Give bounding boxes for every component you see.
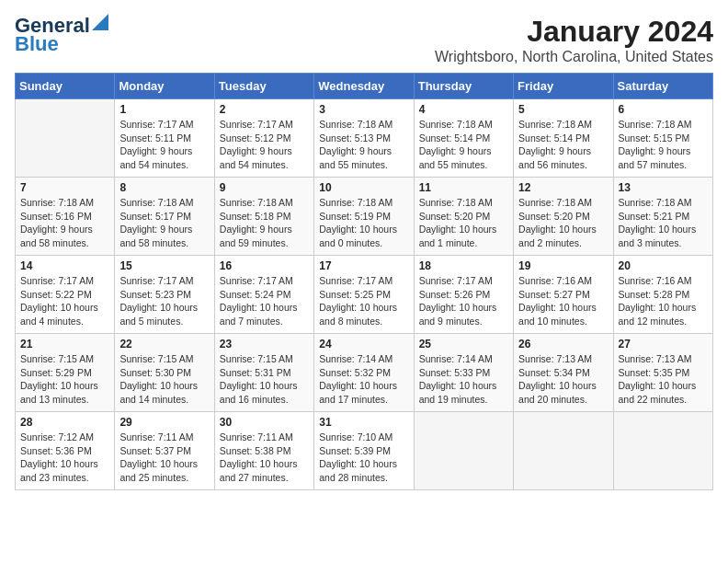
calendar-cell: 15Sunrise: 7:17 AM Sunset: 5:23 PM Dayli…	[115, 256, 214, 334]
day-number: 31	[319, 416, 408, 429]
main-title: January 2024	[435, 15, 713, 49]
calendar-cell: 20Sunrise: 7:16 AM Sunset: 5:28 PM Dayli…	[613, 256, 712, 334]
day-number: 14	[20, 259, 109, 272]
day-number: 24	[319, 338, 408, 350]
header-tuesday: Tuesday	[214, 74, 313, 99]
day-info: Sunrise: 7:18 AM Sunset: 5:17 PM Dayligh…	[119, 196, 209, 250]
day-info: Sunrise: 7:18 AM Sunset: 5:16 PM Dayligh…	[20, 196, 109, 250]
calendar-cell	[613, 412, 712, 490]
svg-marker-0	[92, 14, 108, 30]
calendar-cell: 6Sunrise: 7:18 AM Sunset: 5:15 PM Daylig…	[613, 99, 712, 178]
calendar-table: SundayMondayTuesdayWednesdayThursdayFrid…	[15, 73, 713, 490]
calendar-cell: 19Sunrise: 7:16 AM Sunset: 5:27 PM Dayli…	[514, 256, 613, 334]
calendar-cell: 27Sunrise: 7:13 AM Sunset: 5:35 PM Dayli…	[613, 334, 712, 412]
day-number: 9	[220, 181, 309, 194]
day-info: Sunrise: 7:16 AM Sunset: 5:28 PM Dayligh…	[619, 274, 708, 328]
day-number: 28	[20, 416, 109, 429]
logo-icon	[92, 14, 108, 30]
calendar-cell: 16Sunrise: 7:17 AM Sunset: 5:24 PM Dayli…	[214, 256, 313, 334]
day-number: 12	[518, 181, 608, 194]
day-number: 25	[419, 338, 508, 350]
day-number: 18	[419, 259, 508, 272]
day-info: Sunrise: 7:14 AM Sunset: 5:32 PM Dayligh…	[319, 352, 408, 407]
header-friday: Friday	[514, 74, 613, 99]
week-row-2: 7Sunrise: 7:18 AM Sunset: 5:16 PM Daylig…	[16, 178, 713, 256]
week-row-3: 14Sunrise: 7:17 AM Sunset: 5:22 PM Dayli…	[16, 256, 713, 334]
day-number: 22	[119, 338, 209, 350]
header-sunday: Sunday	[16, 74, 115, 99]
day-number: 29	[119, 416, 209, 429]
day-number: 11	[419, 181, 508, 194]
logo: General Blue	[15, 15, 108, 55]
day-number: 5	[518, 103, 608, 116]
day-info: Sunrise: 7:13 AM Sunset: 5:34 PM Dayligh…	[518, 352, 608, 407]
calendar-cell: 3Sunrise: 7:18 AM Sunset: 5:13 PM Daylig…	[314, 99, 414, 178]
calendar-cell	[414, 412, 513, 490]
calendar-cell: 31Sunrise: 7:10 AM Sunset: 5:39 PM Dayli…	[314, 412, 414, 490]
day-info: Sunrise: 7:17 AM Sunset: 5:26 PM Dayligh…	[419, 274, 508, 328]
calendar-header-row: SundayMondayTuesdayWednesdayThursdayFrid…	[16, 74, 713, 99]
day-info: Sunrise: 7:18 AM Sunset: 5:20 PM Dayligh…	[518, 196, 608, 250]
calendar-cell: 4Sunrise: 7:18 AM Sunset: 5:14 PM Daylig…	[414, 99, 513, 178]
calendar-cell: 8Sunrise: 7:18 AM Sunset: 5:17 PM Daylig…	[115, 178, 214, 256]
day-info: Sunrise: 7:18 AM Sunset: 5:14 PM Dayligh…	[419, 118, 508, 172]
day-info: Sunrise: 7:12 AM Sunset: 5:36 PM Dayligh…	[20, 431, 109, 485]
day-number: 16	[220, 259, 309, 272]
day-number: 6	[619, 103, 708, 116]
calendar-cell: 13Sunrise: 7:18 AM Sunset: 5:21 PM Dayli…	[613, 178, 712, 256]
day-info: Sunrise: 7:15 AM Sunset: 5:29 PM Dayligh…	[20, 352, 109, 407]
week-row-5: 28Sunrise: 7:12 AM Sunset: 5:36 PM Dayli…	[16, 412, 713, 490]
subtitle: Wrightsboro, North Carolina, United Stat…	[435, 49, 713, 65]
day-info: Sunrise: 7:15 AM Sunset: 5:31 PM Dayligh…	[220, 352, 309, 407]
logo-blue: Blue	[15, 33, 59, 55]
day-number: 1	[119, 103, 209, 116]
calendar-cell: 28Sunrise: 7:12 AM Sunset: 5:36 PM Dayli…	[16, 412, 115, 490]
week-row-4: 21Sunrise: 7:15 AM Sunset: 5:29 PM Dayli…	[16, 334, 713, 412]
title-area: January 2024 Wrightsboro, North Carolina…	[435, 15, 713, 65]
day-info: Sunrise: 7:11 AM Sunset: 5:38 PM Dayligh…	[220, 431, 309, 485]
day-number: 13	[619, 181, 708, 194]
day-number: 26	[518, 338, 608, 350]
calendar-cell: 12Sunrise: 7:18 AM Sunset: 5:20 PM Dayli…	[514, 178, 613, 256]
day-info: Sunrise: 7:17 AM Sunset: 5:12 PM Dayligh…	[220, 118, 309, 172]
day-number: 17	[319, 259, 408, 272]
day-number: 3	[319, 103, 408, 116]
header-thursday: Thursday	[414, 74, 513, 99]
day-info: Sunrise: 7:17 AM Sunset: 5:23 PM Dayligh…	[119, 274, 209, 328]
calendar-cell: 21Sunrise: 7:15 AM Sunset: 5:29 PM Dayli…	[16, 334, 115, 412]
header-saturday: Saturday	[613, 74, 712, 99]
day-info: Sunrise: 7:15 AM Sunset: 5:30 PM Dayligh…	[119, 352, 209, 407]
page-header: General Blue January 2024 Wrightsboro, N…	[15, 15, 713, 65]
day-number: 23	[220, 338, 309, 350]
calendar-cell: 10Sunrise: 7:18 AM Sunset: 5:19 PM Dayli…	[314, 178, 414, 256]
day-info: Sunrise: 7:13 AM Sunset: 5:35 PM Dayligh…	[619, 352, 708, 407]
day-number: 30	[220, 416, 309, 429]
day-info: Sunrise: 7:18 AM Sunset: 5:13 PM Dayligh…	[319, 118, 408, 172]
calendar-cell: 14Sunrise: 7:17 AM Sunset: 5:22 PM Dayli…	[16, 256, 115, 334]
day-info: Sunrise: 7:18 AM Sunset: 5:19 PM Dayligh…	[319, 196, 408, 250]
day-number: 15	[119, 259, 209, 272]
day-number: 8	[119, 181, 209, 194]
calendar-cell	[514, 412, 613, 490]
day-info: Sunrise: 7:18 AM Sunset: 5:14 PM Dayligh…	[518, 118, 608, 172]
week-row-1: 1Sunrise: 7:17 AM Sunset: 5:11 PM Daylig…	[16, 99, 713, 178]
day-number: 27	[619, 338, 708, 350]
calendar-cell: 30Sunrise: 7:11 AM Sunset: 5:38 PM Dayli…	[214, 412, 313, 490]
header-wednesday: Wednesday	[314, 74, 414, 99]
calendar-cell: 23Sunrise: 7:15 AM Sunset: 5:31 PM Dayli…	[214, 334, 313, 412]
calendar-cell: 29Sunrise: 7:11 AM Sunset: 5:37 PM Dayli…	[115, 412, 214, 490]
day-number: 20	[619, 259, 708, 272]
calendar-cell: 18Sunrise: 7:17 AM Sunset: 5:26 PM Dayli…	[414, 256, 513, 334]
day-info: Sunrise: 7:17 AM Sunset: 5:22 PM Dayligh…	[20, 274, 109, 328]
day-info: Sunrise: 7:17 AM Sunset: 5:25 PM Dayligh…	[319, 274, 408, 328]
day-info: Sunrise: 7:18 AM Sunset: 5:15 PM Dayligh…	[619, 118, 708, 172]
calendar-cell	[16, 99, 115, 178]
day-number: 21	[20, 338, 109, 350]
header-monday: Monday	[115, 74, 214, 99]
calendar-cell: 22Sunrise: 7:15 AM Sunset: 5:30 PM Dayli…	[115, 334, 214, 412]
day-number: 10	[319, 181, 408, 194]
calendar-cell: 11Sunrise: 7:18 AM Sunset: 5:20 PM Dayli…	[414, 178, 513, 256]
calendar-cell: 24Sunrise: 7:14 AM Sunset: 5:32 PM Dayli…	[314, 334, 414, 412]
day-info: Sunrise: 7:17 AM Sunset: 5:24 PM Dayligh…	[220, 274, 309, 328]
day-info: Sunrise: 7:18 AM Sunset: 5:21 PM Dayligh…	[619, 196, 708, 250]
